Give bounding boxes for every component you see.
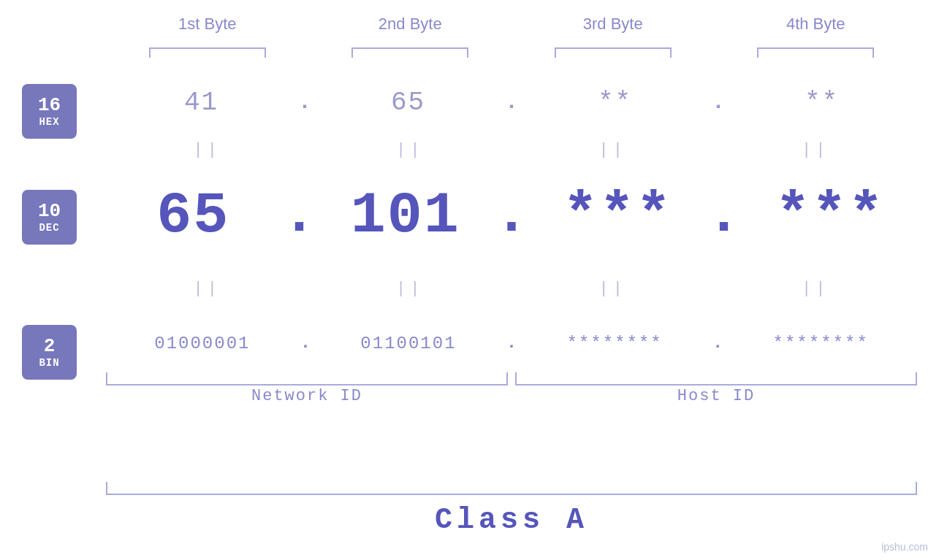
dec-byte4-value: *** [775, 183, 885, 249]
bin-badge-label: BIN [39, 357, 59, 369]
hex-byte1-cell: 41 [106, 88, 297, 118]
bin-byte2-cell: 01100101 [312, 334, 505, 353]
dec-byte2-value: 101 [351, 183, 460, 249]
dec-sep2: . [493, 186, 531, 245]
byte1-header: 1st Byte [106, 15, 309, 34]
bin-byte3-value: ******** [566, 334, 662, 353]
dec-badge: 10 DEC [22, 190, 77, 245]
dec-sep1: . [280, 186, 318, 245]
bracket-byte4 [715, 47, 918, 58]
network-id-label: Network ID [106, 387, 508, 405]
bin-byte1-cell: 01000001 [106, 334, 299, 353]
dec-byte3-value: *** [563, 183, 672, 249]
bin-row: 01000001 . 01100101 . ******** . *******… [106, 321, 917, 365]
main-layout: 1st Byte 2nd Byte 3rd Byte 4th Byte 16 H… [0, 0, 939, 560]
byte3-header: 3rd Byte [512, 15, 715, 34]
hex-row: 41 . 65 . ** . ** [106, 80, 917, 124]
bin-badge: 2 BIN [22, 325, 77, 380]
byte4-header: 4th Byte [715, 15, 918, 34]
hex-byte4-value: ** [805, 88, 839, 118]
host-id-label: Host ID [515, 387, 917, 405]
bracket-byte2 [309, 47, 512, 58]
dec-row: 65 . 101 . *** . *** [106, 175, 917, 256]
hex-badge-number: 16 [38, 95, 61, 116]
divider-hex-dec: || || || || [106, 135, 917, 164]
dec-byte1-cell: 65 [106, 183, 280, 249]
top-brackets [106, 47, 917, 58]
bin-byte1-value: 01000001 [154, 334, 250, 353]
network-bracket [106, 372, 508, 386]
bracket-byte3 [512, 47, 715, 58]
host-bracket [515, 372, 917, 386]
bin-byte4-value: ******** [773, 334, 869, 353]
div-hd-3: || [512, 141, 715, 159]
hex-byte3-value: ** [598, 88, 632, 118]
class-bracket [106, 482, 917, 495]
byte2-header: 2nd Byte [309, 15, 512, 34]
dec-byte1-value: 65 [156, 183, 229, 249]
network-host-labels: Network ID Host ID [106, 387, 917, 405]
div-db-2: || [309, 280, 512, 298]
hex-byte1-value: 41 [184, 88, 218, 118]
id-brackets [106, 372, 917, 386]
divider-dec-bin: || || || || [106, 270, 917, 307]
div-hd-4: || [715, 141, 918, 159]
bin-badge-number: 2 [44, 336, 56, 357]
dec-badge-label: DEC [39, 222, 59, 234]
hex-badge: 16 HEX [22, 84, 77, 139]
byte-headers: 1st Byte 2nd Byte 3rd Byte 4th Byte [106, 15, 917, 34]
dec-badge-number: 10 [38, 201, 61, 222]
dec-byte2-cell: 101 [319, 183, 493, 249]
watermark: ipshu.com [881, 541, 928, 553]
hex-byte2-cell: 65 [313, 88, 503, 118]
div-db-4: || [715, 280, 918, 298]
div-db-1: || [106, 280, 309, 298]
div-db-3: || [512, 280, 715, 298]
div-hd-1: || [106, 141, 309, 159]
bin-sep1: . [299, 334, 312, 352]
hex-sep1: . [297, 91, 313, 113]
bin-sep3: . [711, 334, 724, 352]
hex-byte4-cell: ** [726, 88, 917, 118]
dec-byte3-cell: *** [531, 183, 704, 249]
dec-byte4-cell: *** [743, 183, 917, 249]
bin-byte2-value: 01100101 [360, 334, 456, 353]
bin-byte3-cell: ******** [518, 334, 711, 353]
hex-badge-label: HEX [39, 116, 59, 128]
hex-byte2-value: 65 [391, 88, 425, 118]
dec-sep3: . [704, 186, 742, 245]
hex-sep2: . [503, 91, 520, 113]
div-hd-2: || [309, 141, 512, 159]
bin-sep2: . [505, 334, 518, 352]
hex-sep3: . [710, 91, 726, 113]
hex-byte3-cell: ** [520, 88, 710, 118]
class-label: Class A [106, 504, 917, 537]
bin-byte4-cell: ******** [724, 334, 917, 353]
bracket-byte1 [106, 47, 309, 58]
